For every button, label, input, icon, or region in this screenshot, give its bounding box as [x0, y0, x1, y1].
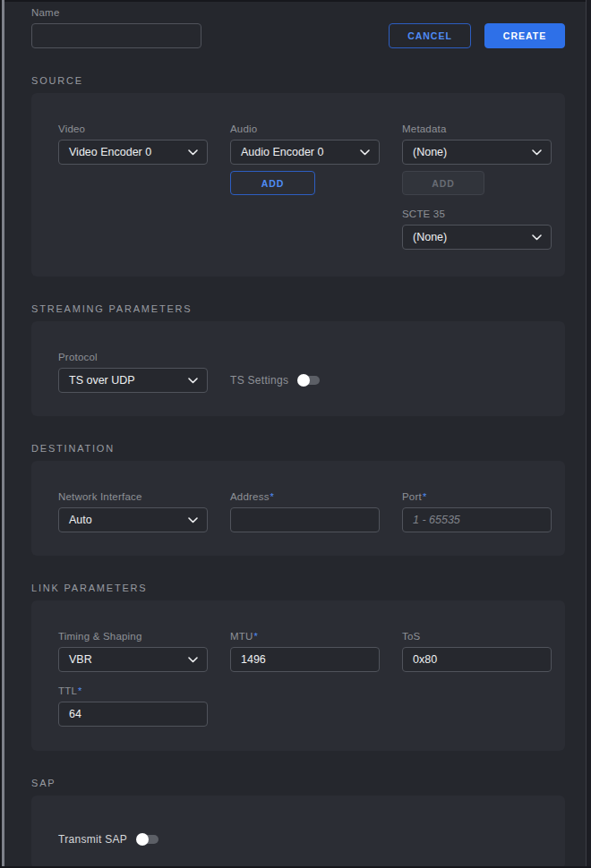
create-button[interactable]: CREATE: [484, 23, 565, 48]
streaming-panel: Protocol TS over UDP TS Settings: [31, 321, 565, 416]
network-interface-select-value: Auto: [69, 514, 92, 526]
chevron-down-icon: [188, 378, 198, 384]
audio-select-value: Audio Encoder 0: [241, 146, 323, 158]
name-label: Name: [31, 7, 201, 18]
port-input[interactable]: [402, 507, 552, 532]
mtu-input[interactable]: [230, 647, 380, 672]
section-streaming-parameters: STREAMING PARAMETERS Protocol TS over UD…: [31, 303, 565, 416]
ttl-input[interactable]: [58, 702, 208, 727]
section-sap: SAP Transmit SAP: [31, 778, 565, 868]
section-title-link: LINK PARAMETERS: [31, 583, 565, 593]
timing-shaping-label: Timing & Shaping: [58, 631, 208, 642]
protocol-select-value: TS over UDP: [69, 374, 135, 387]
address-label: Address*: [230, 491, 380, 502]
mtu-field-group: MTU*: [230, 631, 380, 672]
address-input[interactable]: [230, 507, 380, 532]
source-panel: Video Video Encoder 0 Audio Audio Encode…: [31, 93, 565, 277]
ts-settings-toggle[interactable]: [299, 376, 320, 385]
window-edge-top: [0, 0, 591, 2]
toggle-knob: [297, 374, 310, 387]
section-title-source: SOURCE: [31, 75, 565, 86]
ttl-label: TTL*: [58, 685, 208, 696]
timing-shaping-select-value: VBR: [69, 653, 92, 666]
transmit-sap-toggle[interactable]: [138, 835, 158, 844]
protocol-label: Protocol: [58, 352, 208, 362]
ts-settings-label: TS Settings: [230, 374, 288, 387]
protocol-field-group: Protocol TS over UDP: [58, 352, 208, 393]
metadata-select-value: (None): [413, 146, 447, 158]
network-interface-field-group: Network Interface Auto: [58, 491, 208, 532]
section-link-parameters: LINK PARAMETERS Timing & Shaping VBR MTU…: [31, 583, 565, 751]
ts-settings-row: TS Settings: [230, 374, 380, 387]
mtu-label: MTU*: [230, 631, 380, 642]
protocol-select[interactable]: TS over UDP: [58, 368, 208, 393]
video-field-group: Video Video Encoder 0: [58, 123, 208, 165]
section-title-sap: SAP: [31, 778, 565, 788]
required-asterisk: *: [423, 491, 426, 502]
scte35-field-group: SCTE 35 (None): [402, 208, 552, 250]
port-field-group: Port*: [402, 491, 552, 532]
chevron-down-icon: [188, 657, 198, 663]
transmit-sap-label: Transmit SAP: [58, 833, 127, 846]
tos-label: ToS: [402, 631, 552, 642]
tos-input[interactable]: [402, 647, 552, 672]
metadata-label: Metadata: [402, 123, 552, 134]
audio-select[interactable]: Audio Encoder 0: [230, 140, 380, 165]
timing-shaping-select[interactable]: VBR: [58, 647, 208, 672]
section-title-streaming: STREAMING PARAMETERS: [31, 303, 565, 314]
timing-shaping-field-group: Timing & Shaping VBR: [58, 631, 208, 672]
transmit-sap-row: Transmit SAP: [58, 833, 552, 846]
audio-label: Audio: [230, 123, 380, 134]
right-scrollbar-track: [586, 0, 591, 868]
name-input[interactable]: [31, 23, 201, 48]
required-asterisk: *: [78, 685, 81, 696]
chevron-down-icon: [188, 517, 198, 523]
cancel-button[interactable]: CANCEL: [389, 23, 471, 48]
name-field-group: Name: [31, 7, 201, 48]
left-scrollbar: [2, 0, 4, 868]
video-select[interactable]: Video Encoder 0: [58, 140, 208, 165]
tos-field-group: ToS: [402, 631, 552, 672]
chevron-down-icon: [188, 149, 198, 156]
link-parameters-panel: Timing & Shaping VBR MTU* ToS: [31, 600, 565, 751]
network-interface-label: Network Interface: [58, 491, 208, 502]
required-asterisk: *: [254, 631, 258, 642]
section-destination: DESTINATION Network Interface Auto Addre…: [31, 443, 565, 556]
form-actions: CANCEL CREATE: [389, 23, 565, 48]
chevron-down-icon: [532, 149, 542, 156]
add-audio-button[interactable]: ADD: [230, 171, 315, 195]
required-asterisk: *: [270, 491, 274, 502]
destination-panel: Network Interface Auto Address* Port*: [31, 461, 565, 556]
scte35-label: SCTE 35: [402, 208, 552, 219]
create-output-form: Name CANCEL CREATE SOURCE Video Video En…: [5, 5, 584, 868]
audio-field-group: Audio Audio Encoder 0 ADD: [230, 123, 380, 195]
ttl-field-group: TTL*: [58, 685, 208, 727]
scte35-select[interactable]: (None): [402, 225, 552, 250]
scte35-select-value: (None): [413, 231, 447, 243]
toggle-knob: [136, 833, 149, 846]
chevron-down-icon: [532, 234, 542, 241]
video-label: Video: [58, 123, 208, 134]
network-interface-select[interactable]: Auto: [58, 507, 208, 532]
sap-panel: Transmit SAP: [31, 796, 565, 868]
metadata-field-group: Metadata (None) ADD SCTE 35 (None): [402, 123, 552, 250]
metadata-select[interactable]: (None): [402, 140, 552, 165]
address-field-group: Address*: [230, 491, 380, 532]
section-source: SOURCE Video Video Encoder 0 Audio Audio…: [31, 75, 565, 277]
add-metadata-button-disabled: ADD: [402, 171, 484, 195]
video-select-value: Video Encoder 0: [69, 146, 151, 158]
section-title-destination: DESTINATION: [31, 443, 565, 454]
port-label: Port*: [402, 491, 552, 502]
chevron-down-icon: [360, 149, 370, 156]
form-header-row: Name CANCEL CREATE: [31, 7, 565, 48]
